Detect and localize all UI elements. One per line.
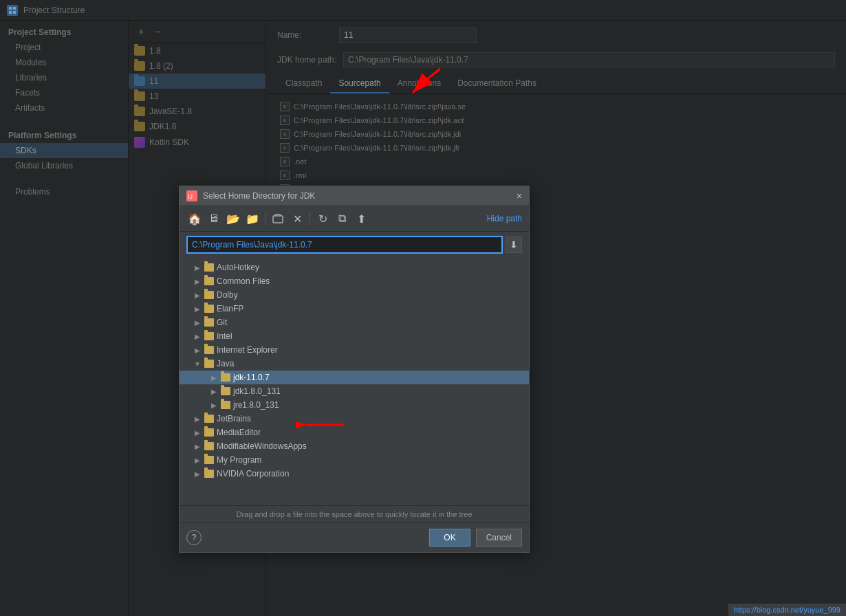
tree-item-jetbrains[interactable]: ▶ JetBrains <box>180 412 529 426</box>
tree-label-jre18-131: jre1.8.0_131 <box>233 400 279 410</box>
tree-arrow-mediaeditor: ▶ <box>193 428 202 437</box>
toolbar-separator-1 <box>265 212 265 225</box>
tree-item-internet-explorer[interactable]: ▶ Internet Explorer <box>180 343 529 357</box>
dialog-close-button[interactable]: × <box>517 190 522 201</box>
tree-arrow-internet-explorer: ▶ <box>193 346 202 354</box>
tree-arrow-jdk-11: ▶ <box>210 373 218 382</box>
tree-label-mediaeditor: MediaEditor <box>217 428 261 437</box>
tree-folder-jdk-11 <box>221 373 230 382</box>
tree-folder-java <box>204 360 214 368</box>
tree-folder-intel <box>204 332 214 340</box>
tree-label-nvidia: NVIDIA Corporation <box>217 469 289 478</box>
tree-label-autohotkey: AutoHotkey <box>217 263 259 272</box>
cancel-button[interactable]: Cancel <box>476 529 522 547</box>
tree-item-jre18-131[interactable]: ▶ jre1.8.0_131 <box>180 398 529 412</box>
tree-arrow-elanfp: ▶ <box>193 305 202 313</box>
dialog-title: IJ Select Home Directory for JDK <box>186 190 315 201</box>
tree-label-intel: Intel <box>217 331 232 341</box>
tree-arrow-nvidia: ▶ <box>193 470 202 478</box>
collapse-button[interactable]: ⬆ <box>353 210 369 227</box>
new-folder-button[interactable]: 📁 <box>244 210 261 227</box>
tree-arrow-jdk18-131: ▶ <box>210 387 218 395</box>
tree-label-java: Java <box>217 359 234 368</box>
dialog-tree: ▶ AutoHotkey ▶ Common Files ▶ Dolby ▶ El… <box>180 258 529 505</box>
intellij-icon: IJ <box>186 190 197 201</box>
tree-folder-nvidia <box>204 470 214 478</box>
tree-folder-modifiable-windows <box>204 442 214 450</box>
tree-item-autohotkey[interactable]: ▶ AutoHotkey <box>180 261 529 274</box>
tree-arrow-intel: ▶ <box>193 332 202 340</box>
tree-item-mediaeditor[interactable]: ▶ MediaEditor <box>180 426 529 439</box>
tree-item-my-program[interactable]: ▶ My Program <box>180 453 529 467</box>
tree-label-jdk-11: jdk-11.0.7 <box>233 373 270 382</box>
tree-item-dolby[interactable]: ▶ Dolby <box>180 288 529 302</box>
tree-folder-internet-explorer <box>204 346 214 354</box>
network-folder-button[interactable] <box>270 210 286 227</box>
tree-label-elanfp: ElanFP <box>217 304 243 314</box>
tree-item-git[interactable]: ▶ Git <box>180 316 529 329</box>
url-bar: https://blog.csdn.net/yuyue_999 <box>728 604 846 616</box>
tree-arrow-java: ▼ <box>193 360 202 368</box>
path-input[interactable] <box>186 236 503 254</box>
dialog-action-buttons: OK Cancel <box>429 529 522 547</box>
tree-label-internet-explorer: Internet Explorer <box>217 345 278 355</box>
select-directory-dialog: IJ Select Home Directory for JDK × 🏠 🖥 📂… <box>179 186 530 553</box>
tree-item-jdk18-131[interactable]: ▶ jdk1.8.0_131 <box>180 384 529 398</box>
toolbar-separator-2 <box>310 212 310 225</box>
tree-item-intel[interactable]: ▶ Intel <box>180 329 529 343</box>
tree-folder-autohotkey <box>204 263 214 272</box>
tree-arrow-my-program: ▶ <box>193 456 202 464</box>
tree-label-my-program: My Program <box>217 455 261 465</box>
dialog-hint: Drag and drop a file into the space abov… <box>180 505 529 522</box>
tree-label-dolby: Dolby <box>217 290 238 300</box>
open-folder-button[interactable]: 📂 <box>225 210 241 227</box>
tree-folder-jetbrains <box>204 415 214 423</box>
tree-folder-git <box>204 318 214 327</box>
dialog-footer: ? OK Cancel <box>180 522 529 552</box>
tree-label-jdk18-131: jdk1.8.0_131 <box>233 386 281 396</box>
tree-label-git: Git <box>217 318 227 327</box>
tree-arrow-git: ▶ <box>193 318 202 327</box>
tree-item-nvidia[interactable]: ▶ NVIDIA Corporation <box>180 467 529 481</box>
refresh-button[interactable]: ↻ <box>314 210 331 227</box>
tree-arrow-common-files: ▶ <box>193 277 202 285</box>
tree-item-common-files[interactable]: ▶ Common Files <box>180 274 529 288</box>
dialog-title-text: Select Home Directory for JDK <box>203 191 315 201</box>
tree-arrow-modifiable-windows: ▶ <box>193 442 202 450</box>
ok-button[interactable]: OK <box>429 529 470 547</box>
delete-button[interactable]: ✕ <box>289 210 305 227</box>
path-input-row: ⬇ <box>180 232 529 258</box>
dialog-toolbar: 🏠 🖥 📂 📁 ✕ ↻ ⧉ ⬆ Hide path <box>180 206 529 232</box>
svg-rect-6 <box>273 216 283 223</box>
tree-folder-elanfp <box>204 305 214 313</box>
tree-folder-dolby <box>204 291 214 299</box>
path-browse-button[interactable]: ⬇ <box>506 236 522 253</box>
tree-item-jdk-11[interactable]: ▶ jdk-11.0.7 <box>180 371 529 384</box>
tree-label-modifiable-windows: ModifiableWindowsApps <box>217 441 307 451</box>
desktop-button[interactable]: 🖥 <box>206 210 222 227</box>
tree-folder-my-program <box>204 456 214 464</box>
tree-arrow-jre18-131: ▶ <box>210 401 218 409</box>
tree-arrow-dolby: ▶ <box>193 291 202 299</box>
home-button[interactable]: 🏠 <box>186 210 203 227</box>
tree-folder-jdk18-131 <box>221 387 230 395</box>
tree-folder-common-files <box>204 277 214 285</box>
tree-label-jetbrains: JetBrains <box>217 414 251 424</box>
tree-arrow-jetbrains: ▶ <box>193 415 202 423</box>
copy-button[interactable]: ⧉ <box>334 210 350 227</box>
dialog-title-bar: IJ Select Home Directory for JDK × <box>180 186 529 206</box>
tree-item-elanfp[interactable]: ▶ ElanFP <box>180 302 529 316</box>
tree-arrow-autohotkey: ▶ <box>193 263 202 272</box>
dialog-help-button[interactable]: ? <box>186 530 202 545</box>
tree-folder-jre18-131 <box>221 401 230 409</box>
tree-item-modifiable-windows[interactable]: ▶ ModifiableWindowsApps <box>180 439 529 453</box>
tree-folder-mediaeditor <box>204 428 214 437</box>
hide-path-button[interactable]: Hide path <box>487 214 522 223</box>
tree-label-common-files: Common Files <box>217 276 270 286</box>
tree-item-java[interactable]: ▼ Java <box>180 357 529 371</box>
svg-text:IJ: IJ <box>188 193 193 200</box>
